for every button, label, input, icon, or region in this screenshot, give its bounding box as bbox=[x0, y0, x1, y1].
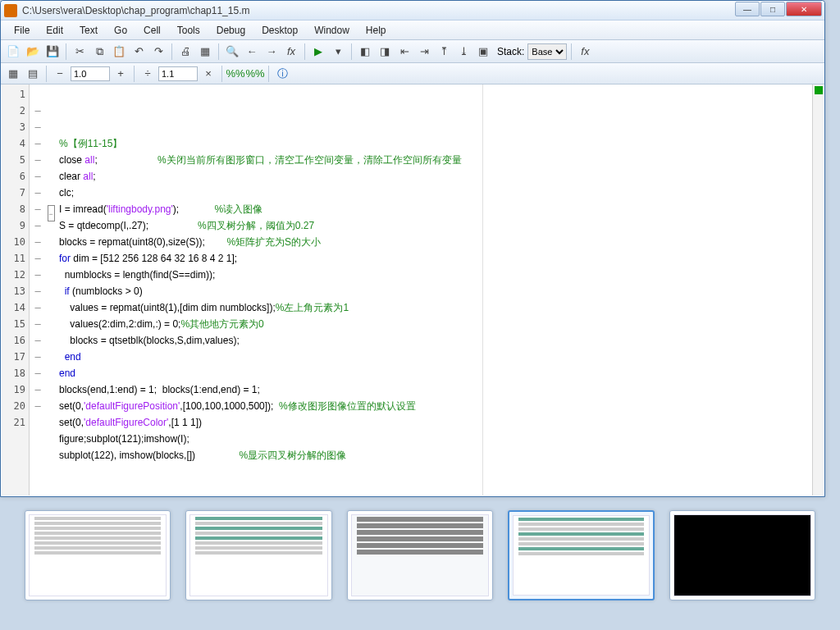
menu-window[interactable]: Window bbox=[306, 22, 358, 39]
thumbnail-window-3[interactable] bbox=[347, 510, 493, 600]
run-advance-icon[interactable]: %% bbox=[246, 65, 264, 83]
line-number[interactable]: 18 bbox=[2, 365, 25, 381]
menu-help[interactable]: Help bbox=[358, 22, 395, 39]
run-dropdown-icon[interactable]: ▾ bbox=[329, 43, 347, 61]
save-icon[interactable]: 💾 bbox=[43, 43, 62, 61]
breakpoint-clear-icon[interactable]: ◨ bbox=[376, 43, 394, 61]
stop-icon[interactable]: ▣ bbox=[474, 43, 492, 61]
times-icon[interactable]: × bbox=[199, 65, 217, 83]
menu-text[interactable]: Text bbox=[71, 22, 106, 39]
line-number[interactable]: 14 bbox=[2, 299, 25, 316]
code-line[interactable]: set(0,'defaultFigureColor',[1 1 1]) bbox=[59, 414, 824, 431]
menu-file[interactable]: File bbox=[6, 22, 38, 39]
breakpoint-set-icon[interactable]: ◧ bbox=[356, 43, 374, 61]
continue-icon[interactable]: ⤓ bbox=[454, 43, 472, 61]
stack-select[interactable]: Base bbox=[527, 43, 567, 60]
line-number[interactable]: 11 bbox=[2, 250, 25, 267]
back-icon[interactable]: ← bbox=[243, 43, 261, 61]
info-icon[interactable]: ⓘ bbox=[273, 65, 291, 83]
line-number[interactable]: 19 bbox=[2, 381, 25, 398]
menu-cell[interactable]: Cell bbox=[135, 22, 169, 39]
thumbnail-window-4[interactable] bbox=[508, 510, 654, 600]
line-number[interactable]: 15 bbox=[2, 316, 25, 332]
stepout-icon[interactable]: ⤒ bbox=[435, 43, 453, 61]
cell-eval-icon[interactable]: ▦ bbox=[4, 65, 22, 83]
paste-icon[interactable]: 📋 bbox=[110, 43, 128, 61]
line-number[interactable]: 10 bbox=[2, 234, 25, 250]
open-file-icon[interactable]: 📂 bbox=[24, 43, 42, 61]
editor-pane[interactable]: 123456789101112131415161718192021 ——————… bbox=[2, 84, 824, 495]
maximize-button[interactable]: □ bbox=[760, 2, 785, 16]
print-icon[interactable]: 🖨 bbox=[176, 43, 194, 61]
line-number[interactable]: 5 bbox=[2, 152, 25, 168]
line-number[interactable]: 8 bbox=[2, 201, 25, 217]
code-line[interactable]: blocks = qtsetblk(blocks,S,dim,values); bbox=[59, 332, 824, 349]
line-number[interactable]: 4 bbox=[2, 135, 25, 152]
menu-go[interactable]: Go bbox=[106, 22, 135, 39]
stepin-icon[interactable]: ⇤ bbox=[395, 43, 413, 61]
line-number[interactable]: 17 bbox=[2, 349, 25, 365]
code-line[interactable]: clear all; bbox=[59, 168, 824, 185]
copy-icon[interactable]: ⧉ bbox=[90, 43, 108, 61]
code-line[interactable]: I = imread('liftingbody.png'); %读入图像 bbox=[59, 201, 824, 217]
line-number-gutter[interactable]: 123456789101112131415161718192021 bbox=[2, 84, 30, 495]
thumbnail-window-2[interactable] bbox=[185, 510, 331, 600]
step-icon[interactable]: ⇥ bbox=[415, 43, 433, 61]
line-number[interactable]: 2 bbox=[2, 103, 25, 119]
line-number[interactable]: 16 bbox=[2, 332, 25, 349]
line-number[interactable]: 20 bbox=[2, 398, 25, 414]
minus-icon[interactable]: − bbox=[51, 65, 69, 83]
preview-icon[interactable]: ▦ bbox=[196, 43, 214, 61]
code-line[interactable]: for dim = [512 256 128 64 32 16 8 4 2 1]… bbox=[59, 250, 824, 267]
code-line[interactable]: end bbox=[59, 349, 824, 365]
code-line[interactable]: clc; bbox=[59, 185, 824, 201]
line-number[interactable]: 13 bbox=[2, 283, 25, 299]
code-line[interactable]: close all; %关闭当前所有图形窗口，清空工作空间变量，清除工作空间所有… bbox=[59, 152, 824, 168]
line-number[interactable]: 1 bbox=[2, 86, 25, 103]
title-bar[interactable]: C:\Users\vera\Desktop\chap_program\chap1… bbox=[1, 1, 824, 21]
find-icon[interactable]: 🔍 bbox=[223, 43, 241, 61]
cut-icon[interactable]: ✂ bbox=[71, 43, 89, 61]
undo-icon[interactable]: ↶ bbox=[130, 43, 148, 61]
run-icon[interactable]: ▶ bbox=[309, 43, 327, 61]
code-line[interactable]: blocks(end,1:end) = 1; blocks(1:end,end)… bbox=[59, 381, 824, 398]
fx-icon[interactable]: fx bbox=[576, 43, 594, 61]
menu-debug[interactable]: Debug bbox=[208, 22, 253, 39]
code-line[interactable]: subplot(122), imshow(blocks,[]) %显示四叉树分解… bbox=[59, 447, 824, 463]
menu-tools[interactable]: Tools bbox=[169, 22, 208, 39]
code-line[interactable]: set(0,'defaultFigurePosition',[100,100,1… bbox=[59, 398, 824, 414]
code-line[interactable]: values(2:dim,2:dim,:) = 0;%其他地方元素为0 bbox=[59, 316, 824, 332]
close-button[interactable]: ✕ bbox=[786, 2, 822, 16]
forward-icon[interactable]: → bbox=[262, 43, 281, 61]
function-icon[interactable]: fx bbox=[282, 43, 300, 61]
new-file-icon[interactable]: 📄 bbox=[4, 43, 22, 61]
zoom-a-input[interactable] bbox=[71, 66, 110, 81]
menu-edit[interactable]: Edit bbox=[38, 22, 71, 39]
line-number[interactable]: 9 bbox=[2, 217, 25, 234]
line-number[interactable]: 21 bbox=[2, 414, 25, 431]
line-number[interactable]: 3 bbox=[2, 119, 25, 135]
line-number[interactable]: 12 bbox=[2, 267, 25, 283]
code-line[interactable] bbox=[59, 463, 824, 480]
menu-desktop[interactable]: Desktop bbox=[253, 22, 306, 39]
plus-icon[interactable]: + bbox=[112, 65, 130, 83]
zoom-b-input[interactable] bbox=[158, 66, 198, 81]
fold-toggle[interactable]: − bbox=[46, 205, 56, 221]
fold-column[interactable]: − bbox=[46, 84, 56, 495]
code-line[interactable]: end bbox=[59, 365, 824, 381]
divide-icon[interactable]: ÷ bbox=[139, 65, 157, 83]
code-line[interactable]: %【例11-15】 bbox=[59, 135, 824, 152]
thumbnail-window-1[interactable] bbox=[25, 510, 171, 600]
message-strip[interactable] bbox=[812, 84, 824, 495]
code-line[interactable]: if (numblocks > 0) bbox=[59, 283, 824, 299]
code-line[interactable]: blocks = repmat(uint8(0),size(S)); %矩阵扩充… bbox=[59, 234, 824, 250]
minimize-button[interactable]: — bbox=[735, 2, 760, 16]
line-number[interactable]: 7 bbox=[2, 185, 25, 201]
line-number[interactable]: 6 bbox=[2, 168, 25, 185]
code-line[interactable]: S = qtdecomp(I,.27); %四叉树分解，阈值为0.27 bbox=[59, 217, 824, 234]
code-area[interactable]: %【例11-15】close all; %关闭当前所有图形窗口，清空工作空间变量… bbox=[56, 84, 824, 495]
code-line[interactable]: figure;subplot(121);imshow(I); bbox=[59, 431, 824, 447]
code-line[interactable]: numblocks = length(find(S==dim)); bbox=[59, 267, 824, 283]
redo-icon[interactable]: ↷ bbox=[149, 43, 167, 61]
cell-eval2-icon[interactable]: ▤ bbox=[24, 65, 42, 83]
